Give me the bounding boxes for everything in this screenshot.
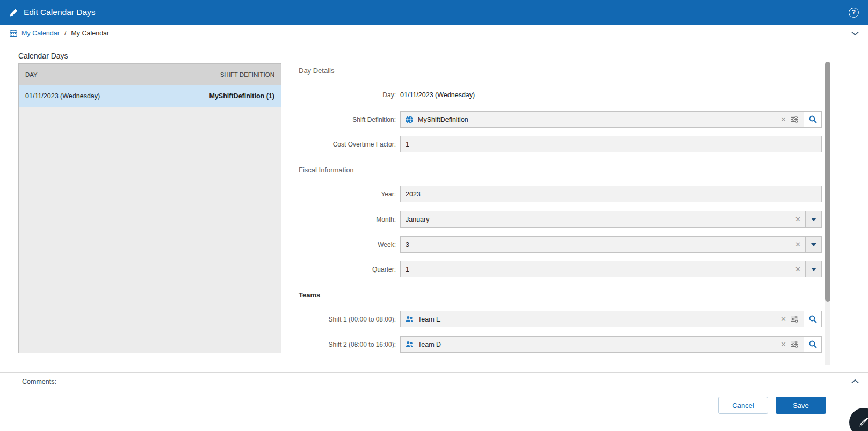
column-header-shift-definition[interactable]: SHIFT DEFINITION: [220, 71, 274, 78]
table-row[interactable]: 01/11/2023 (Wednesday) MyShiftDefinition…: [19, 85, 281, 107]
breadcrumb-root-link[interactable]: My Calendar: [9, 29, 60, 38]
breadcrumb: My Calendar / My Calendar: [0, 25, 868, 42]
year-label: Year:: [299, 191, 400, 198]
breadcrumb-root-label: My Calendar: [21, 30, 60, 37]
caret-down-icon: [811, 218, 816, 221]
shift2-team-value: Team D: [418, 341, 776, 348]
day-value: 01/11/2023 (Wednesday): [400, 91, 475, 99]
year-row: Year:: [299, 186, 822, 202]
team-icon: [405, 315, 414, 324]
clear-icon[interactable]: ✕: [780, 315, 786, 323]
advanced-filter-icon[interactable]: [791, 340, 799, 348]
year-input[interactable]: [400, 186, 822, 202]
app-logo: [849, 408, 868, 431]
title-bar: Edit Calendar Days ?: [0, 0, 868, 25]
calendar-days-title: Calendar Days: [18, 52, 68, 60]
caret-down-icon: [811, 268, 816, 271]
caret-down-icon: [811, 243, 816, 246]
pencil-icon: [9, 8, 18, 17]
comments-bar: Comments:: [0, 372, 868, 390]
shift1-team-value: Team E: [418, 316, 776, 323]
table-header-row: DAY SHIFT DEFINITION: [19, 64, 281, 85]
teams-heading: Teams: [299, 291, 320, 299]
quill-icon: [856, 414, 868, 430]
quarter-row: Quarter: 1 ✕: [299, 261, 822, 277]
shift2-label: Shift 2 (08:00 to 16:00):: [299, 341, 400, 348]
comments-collapse-button[interactable]: [851, 379, 859, 384]
cell-day: 01/11/2023 (Wednesday): [25, 92, 100, 100]
chevron-up-icon: [851, 379, 859, 384]
save-button[interactable]: Save: [776, 397, 826, 414]
edit-calendar-days-window: Edit Calendar Days ? My Calendar /: [0, 0, 868, 431]
quarter-dropdown-button[interactable]: [805, 261, 821, 277]
month-dropdown-button[interactable]: [805, 211, 821, 227]
quarter-select[interactable]: 1 ✕: [400, 261, 822, 277]
fiscal-information-heading: Fiscal Information: [299, 166, 354, 174]
day-row: Day: 01/11/2023 (Wednesday): [299, 86, 822, 103]
shift-definition-label: Shift Definition:: [299, 116, 400, 123]
cost-overtime-row: Cost Overtime Factor:: [299, 136, 822, 152]
week-value: 3: [401, 241, 791, 249]
chevron-down-icon: [851, 31, 859, 36]
quarter-value: 1: [401, 266, 791, 273]
clear-icon[interactable]: ✕: [795, 215, 801, 223]
shift2-team-search-button[interactable]: [804, 337, 821, 352]
shift-definition-value: MyShiftDefinition: [418, 116, 776, 123]
advanced-filter-icon[interactable]: [791, 115, 799, 123]
shift-definition-search-button[interactable]: [804, 112, 821, 127]
shift-definition-lookup-field[interactable]: MyShiftDefinition ✕: [400, 111, 822, 128]
shift1-row: Shift 1 (00:00 to 08:00): Team E ✕: [299, 311, 822, 327]
cost-overtime-input[interactable]: [400, 136, 822, 152]
month-label: Month:: [299, 216, 400, 223]
globe-icon: [405, 115, 414, 124]
shift1-label: Shift 1 (00:00 to 08:00):: [299, 316, 400, 323]
month-value: January: [401, 216, 791, 223]
vertical-scrollbar[interactable]: [825, 62, 830, 365]
breadcrumb-current: My Calendar: [71, 30, 109, 37]
page-title: Edit Calendar Days: [24, 8, 96, 17]
month-row: Month: January ✕: [299, 211, 822, 228]
shift-definition-row: Shift Definition: MyShiftDefinition ✕: [299, 111, 822, 128]
week-label: Week:: [299, 241, 400, 249]
day-label: Day:: [299, 91, 400, 99]
scrollbar-thumb[interactable]: [825, 62, 830, 302]
calendar-icon: [9, 29, 18, 38]
shift1-team-search-button[interactable]: [804, 311, 821, 327]
advanced-filter-icon[interactable]: [791, 315, 799, 323]
clear-icon[interactable]: ✕: [780, 115, 786, 123]
column-header-day[interactable]: DAY: [25, 71, 38, 78]
shift1-team-lookup-field[interactable]: Team E ✕: [400, 311, 822, 327]
clear-icon[interactable]: ✕: [795, 265, 801, 273]
clear-icon[interactable]: ✕: [780, 340, 786, 348]
cell-shift-definition: MyShiftDefinition (1): [209, 92, 274, 100]
calendar-days-table: DAY SHIFT DEFINITION 01/11/2023 (Wednesd…: [18, 63, 281, 353]
cost-overtime-label: Cost Overtime Factor:: [299, 141, 400, 148]
week-dropdown-button[interactable]: [805, 237, 821, 252]
team-icon: [405, 340, 414, 349]
clear-icon[interactable]: ✕: [795, 240, 801, 249]
month-select[interactable]: January ✕: [400, 211, 822, 228]
breadcrumb-separator: /: [64, 30, 66, 37]
breadcrumb-collapse-button[interactable]: [851, 31, 859, 36]
day-details-heading: Day Details: [299, 67, 334, 75]
shift2-row: Shift 2 (08:00 to 16:00): Team D ✕: [299, 336, 822, 353]
quarter-label: Quarter:: [299, 266, 400, 273]
shift2-team-lookup-field[interactable]: Team D ✕: [400, 336, 822, 353]
cancel-button[interactable]: Cancel: [718, 397, 768, 414]
help-icon[interactable]: ?: [849, 8, 859, 18]
comments-label: Comments:: [22, 378, 56, 385]
week-row: Week: 3 ✕: [299, 236, 822, 253]
week-select[interactable]: 3 ✕: [400, 236, 822, 253]
